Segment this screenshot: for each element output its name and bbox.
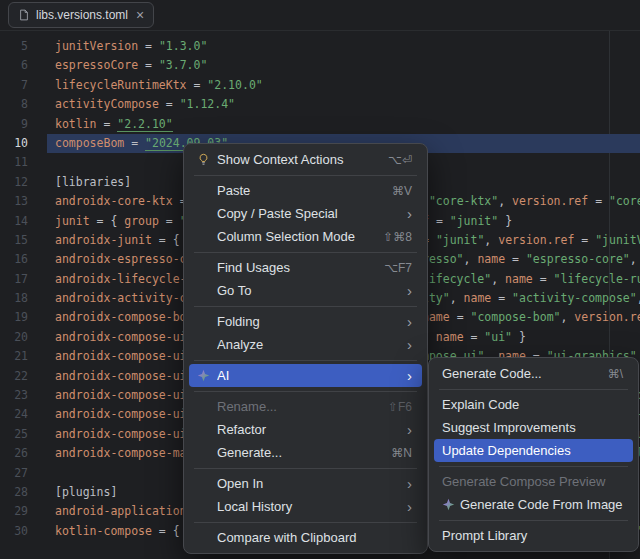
- menu-item-suggest-improvements[interactable]: Suggest Improvements: [434, 416, 633, 439]
- menu-item-paste[interactable]: Paste⌘V: [189, 179, 422, 202]
- menu-item-refactor[interactable]: Refactor›: [189, 418, 422, 441]
- menu-item-label: Open In: [217, 476, 395, 491]
- code-segment: }: [498, 214, 512, 228]
- menu-item-label: AI: [217, 368, 395, 383]
- menu-shortcut: ⌘\: [608, 367, 623, 381]
- menu-item-copy-paste-special[interactable]: Copy / Paste Special›: [189, 202, 422, 225]
- menu-item-label: Generate Compose Preview: [442, 474, 623, 489]
- line-number: 26: [0, 444, 28, 463]
- code-segment: "2.10.0": [207, 78, 262, 92]
- code-segment: "ui": [484, 330, 512, 344]
- menu-item-label: Show Context Actions: [217, 152, 376, 167]
- code-segment: espressoCore: [55, 58, 138, 72]
- code-line-6[interactable]: 6espressoCore = "3.7.0": [0, 56, 640, 75]
- line-number: 19: [0, 308, 28, 327]
- menu-item-local-history[interactable]: Local History›: [189, 495, 422, 518]
- menu-item-open-in[interactable]: Open In›: [189, 472, 422, 495]
- ide-window: libs.versions.toml × 5junitVersion = "1.…: [0, 0, 640, 559]
- menu-shortcut: ⌥⏎: [388, 153, 412, 167]
- code-segment: =: [588, 194, 609, 208]
- chevron-right-icon: ›: [407, 283, 412, 298]
- chevron-right-icon: ›: [407, 337, 412, 352]
- menu-item-column-selection-mode[interactable]: Column Selection Mode⇧⌘8: [189, 225, 422, 248]
- line-number: 5: [0, 37, 28, 56]
- code-segment: kotlin-compose: [55, 524, 152, 538]
- menu-item-label: Refactor: [217, 422, 395, 437]
- menu-separator: [439, 466, 628, 467]
- tab-libs-versions-toml[interactable]: libs.versions.toml ×: [8, 2, 154, 28]
- code-line-text: junitVersion = "1.3.0": [28, 39, 207, 53]
- menu-item-label: Folding: [217, 314, 395, 329]
- code-segment: version.ref: [512, 194, 588, 208]
- line-number: 7: [0, 76, 28, 95]
- ai-sparkle-icon: [442, 498, 460, 511]
- menu-item-generate[interactable]: Generate...⌘N: [189, 441, 422, 464]
- menu-item-label: Go To: [217, 283, 395, 298]
- menu-item-analyze[interactable]: Analyze›: [189, 333, 422, 356]
- line-number: 8: [0, 95, 28, 114]
- menu-shortcut: ⇧⌘8: [383, 230, 412, 244]
- code-segment: "2.2.10": [117, 117, 172, 132]
- code-segment: =: [97, 117, 118, 131]
- code-segment: "3.7.0": [159, 58, 207, 72]
- menu-item-generate-code-from-image[interactable]: Generate Code From Image: [434, 493, 633, 516]
- code-line-text: [28, 466, 55, 480]
- menu-item-label: Compare with Clipboard: [217, 530, 412, 545]
- code-segment: =: [138, 58, 159, 72]
- menu-shortcut: ⌘V: [392, 184, 412, 198]
- code-segment: "junit": [450, 214, 498, 228]
- code-segment: =: [138, 39, 159, 53]
- code-segment: = {: [152, 524, 187, 538]
- menu-separator: [194, 175, 417, 176]
- intention-bulb-icon: [197, 153, 217, 166]
- menu-item-prompt-library[interactable]: Prompt Library: [434, 524, 633, 547]
- code-segment: ,: [464, 252, 478, 266]
- code-segment: ,: [491, 272, 505, 286]
- code-line-7[interactable]: 7lifecycleRuntimeKtx = "2.10.0": [0, 76, 640, 95]
- code-segment: [libraries]: [55, 175, 131, 189]
- code-segment: =: [159, 214, 180, 228]
- code-segment: ,: [450, 291, 464, 305]
- line-number: 9: [0, 115, 28, 134]
- code-segment: =: [124, 136, 145, 150]
- code-line-text: lifecycleRuntimeKtx = "2.10.0": [28, 78, 263, 92]
- chevron-right-icon: ›: [407, 422, 412, 437]
- close-icon[interactable]: ×: [136, 8, 144, 22]
- ai-sparkle-icon: [197, 369, 217, 382]
- code-segment: ,: [484, 233, 498, 247]
- code-line-5[interactable]: 5junitVersion = "1.3.0": [0, 37, 640, 56]
- code-segment: =: [159, 97, 180, 111]
- code-segment: =: [429, 214, 450, 228]
- code-segment: "junit": [436, 233, 484, 247]
- code-segment: androidx-compose-ui: [55, 330, 187, 344]
- menu-separator: [194, 468, 417, 469]
- line-number: 20: [0, 328, 28, 347]
- menu-item-compare-with-clipboard[interactable]: Compare with Clipboard: [189, 526, 422, 549]
- menu-item-go-to[interactable]: Go To›: [189, 279, 422, 302]
- line-number: 11: [0, 153, 28, 172]
- menu-item-label: Paste: [217, 183, 380, 198]
- menu-item-folding[interactable]: Folding›: [189, 310, 422, 333]
- menu-item-find-usages[interactable]: Find Usages⌥F7: [189, 256, 422, 279]
- chevron-right-icon: ›: [407, 499, 412, 514]
- menu-separator: [439, 389, 628, 390]
- code-line-8[interactable]: 8activityCompose = "1.12.4": [0, 95, 640, 114]
- code-line-text: [28, 155, 55, 169]
- line-number: 29: [0, 502, 28, 521]
- line-number: 22: [0, 367, 28, 386]
- menu-item-explain-code[interactable]: Explain Code: [434, 393, 633, 416]
- code-segment: android-application: [55, 504, 187, 518]
- code-segment: = {: [152, 233, 187, 247]
- code-segment: =: [574, 233, 595, 247]
- menu-item-ai[interactable]: AI›: [189, 364, 422, 387]
- menu-shortcut: ⇧F6: [388, 400, 412, 414]
- menu-separator: [194, 360, 417, 361]
- code-segment: androidx-core-ktx: [55, 194, 173, 208]
- menu-item-update-dependencies[interactable]: Update Dependencies: [434, 439, 633, 462]
- code-segment: version.ref: [498, 233, 574, 247]
- code-line-9[interactable]: 9kotlin = "2.2.10": [0, 115, 640, 134]
- code-segment: ,: [630, 252, 640, 266]
- menu-item-generate-code[interactable]: Generate Code...⌘\: [434, 362, 633, 385]
- code-segment: ,: [498, 194, 512, 208]
- menu-item-show-context-actions[interactable]: Show Context Actions⌥⏎: [189, 148, 422, 171]
